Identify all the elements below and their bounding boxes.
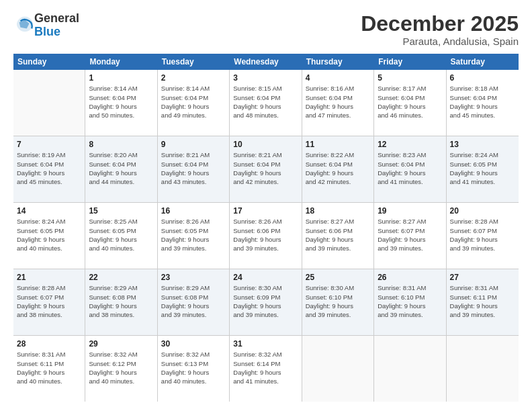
day-info: Sunrise: 8:29 AM Sunset: 6:08 PM Dayligh… <box>161 283 226 319</box>
calendar-cell: 28Sunrise: 8:31 AM Sunset: 6:11 PM Dayli… <box>13 336 85 402</box>
day-info: Sunrise: 8:30 AM Sunset: 6:10 PM Dayligh… <box>306 283 370 319</box>
day-info: Sunrise: 8:16 AM Sunset: 6:04 PM Dayligh… <box>306 84 370 120</box>
logo-general-text: General <box>34 11 79 25</box>
calendar-cell: 19Sunrise: 8:27 AM Sunset: 6:07 PM Dayli… <box>374 203 446 269</box>
calendar-cell <box>13 70 85 136</box>
day-number: 30 <box>161 338 226 349</box>
day-number: 28 <box>17 338 81 349</box>
day-info: Sunrise: 8:24 AM Sunset: 6:05 PM Dayligh… <box>450 150 515 186</box>
logo-blue-text: Blue <box>34 25 60 38</box>
month-title: December 2025 <box>361 12 519 36</box>
day-number: 16 <box>161 205 226 216</box>
calendar-cell: 8Sunrise: 8:20 AM Sunset: 6:04 PM Daylig… <box>85 136 157 202</box>
day-number: 12 <box>378 139 442 150</box>
calendar-cell: 14Sunrise: 8:24 AM Sunset: 6:05 PM Dayli… <box>13 203 85 269</box>
calendar-cell: 10Sunrise: 8:21 AM Sunset: 6:04 PM Dayli… <box>230 136 302 202</box>
header-day-friday: Friday <box>374 54 446 70</box>
day-number: 14 <box>17 205 81 216</box>
day-number: 1 <box>89 73 153 83</box>
day-number: 6 <box>450 73 515 83</box>
day-info: Sunrise: 8:31 AM Sunset: 6:10 PM Dayligh… <box>378 283 442 319</box>
calendar-cell: 21Sunrise: 8:28 AM Sunset: 6:07 PM Dayli… <box>13 269 85 335</box>
day-info: Sunrise: 8:26 AM Sunset: 6:06 PM Dayligh… <box>233 217 298 253</box>
day-number: 20 <box>450 205 515 216</box>
day-number: 22 <box>89 272 153 283</box>
day-info: Sunrise: 8:15 AM Sunset: 6:04 PM Dayligh… <box>233 84 298 120</box>
calendar-cell: 3Sunrise: 8:15 AM Sunset: 6:04 PM Daylig… <box>230 70 302 136</box>
logo: General Blue <box>13 12 79 39</box>
calendar-cell <box>447 336 519 402</box>
calendar-cell: 1Sunrise: 8:14 AM Sunset: 6:04 PM Daylig… <box>85 70 157 136</box>
day-info: Sunrise: 8:32 AM Sunset: 6:14 PM Dayligh… <box>233 350 298 385</box>
day-info: Sunrise: 8:31 AM Sunset: 6:11 PM Dayligh… <box>450 283 515 319</box>
header-day-saturday: Saturday <box>447 54 519 70</box>
day-info: Sunrise: 8:21 AM Sunset: 6:04 PM Dayligh… <box>233 150 298 186</box>
day-number: 13 <box>450 139 515 150</box>
title-area: December 2025 Parauta, Andalusia, Spain <box>361 12 519 47</box>
day-number: 26 <box>378 272 442 283</box>
day-number: 3 <box>233 73 298 83</box>
day-number: 8 <box>89 139 153 150</box>
calendar-cell: 31Sunrise: 8:32 AM Sunset: 6:14 PM Dayli… <box>230 336 302 402</box>
calendar-body: 1Sunrise: 8:14 AM Sunset: 6:04 PM Daylig… <box>13 70 519 402</box>
day-info: Sunrise: 8:27 AM Sunset: 6:07 PM Dayligh… <box>378 217 442 253</box>
day-info: Sunrise: 8:26 AM Sunset: 6:05 PM Dayligh… <box>161 217 226 253</box>
day-info: Sunrise: 8:30 AM Sunset: 6:09 PM Dayligh… <box>233 283 298 319</box>
day-info: Sunrise: 8:24 AM Sunset: 6:05 PM Dayligh… <box>17 217 81 253</box>
calendar-cell: 30Sunrise: 8:32 AM Sunset: 6:13 PM Dayli… <box>158 336 230 402</box>
calendar-cell: 4Sunrise: 8:16 AM Sunset: 6:04 PM Daylig… <box>302 70 374 136</box>
calendar-cell: 29Sunrise: 8:32 AM Sunset: 6:12 PM Dayli… <box>85 336 157 402</box>
day-number: 15 <box>89 205 153 216</box>
day-number: 5 <box>378 73 442 83</box>
day-info: Sunrise: 8:29 AM Sunset: 6:08 PM Dayligh… <box>89 283 153 319</box>
calendar: SundayMondayTuesdayWednesdayThursdayFrid… <box>13 54 519 402</box>
calendar-week-5: 28Sunrise: 8:31 AM Sunset: 6:11 PM Dayli… <box>13 336 519 402</box>
day-info: Sunrise: 8:32 AM Sunset: 6:12 PM Dayligh… <box>89 350 153 385</box>
calendar-cell: 11Sunrise: 8:22 AM Sunset: 6:04 PM Dayli… <box>302 136 374 202</box>
day-info: Sunrise: 8:19 AM Sunset: 6:04 PM Dayligh… <box>17 150 81 186</box>
calendar-week-1: 1Sunrise: 8:14 AM Sunset: 6:04 PM Daylig… <box>13 70 519 136</box>
calendar-cell: 12Sunrise: 8:23 AM Sunset: 6:04 PM Dayli… <box>374 136 446 202</box>
day-info: Sunrise: 8:21 AM Sunset: 6:04 PM Dayligh… <box>161 150 226 186</box>
day-number: 23 <box>161 272 226 283</box>
day-number: 31 <box>233 338 298 349</box>
day-info: Sunrise: 8:20 AM Sunset: 6:04 PM Dayligh… <box>89 150 153 186</box>
day-number: 4 <box>306 73 370 83</box>
logo-icon <box>15 15 34 34</box>
calendar-cell: 7Sunrise: 8:19 AM Sunset: 6:04 PM Daylig… <box>13 136 85 202</box>
day-number: 17 <box>233 205 298 216</box>
calendar-week-4: 21Sunrise: 8:28 AM Sunset: 6:07 PM Dayli… <box>13 269 519 336</box>
calendar-cell: 25Sunrise: 8:30 AM Sunset: 6:10 PM Dayli… <box>302 269 374 335</box>
day-info: Sunrise: 8:28 AM Sunset: 6:07 PM Dayligh… <box>450 217 515 253</box>
calendar-cell: 22Sunrise: 8:29 AM Sunset: 6:08 PM Dayli… <box>85 269 157 335</box>
day-info: Sunrise: 8:14 AM Sunset: 6:04 PM Dayligh… <box>161 84 226 120</box>
day-info: Sunrise: 8:18 AM Sunset: 6:04 PM Dayligh… <box>450 84 515 120</box>
day-info: Sunrise: 8:32 AM Sunset: 6:13 PM Dayligh… <box>161 350 226 385</box>
calendar-cell <box>302 336 374 402</box>
day-info: Sunrise: 8:27 AM Sunset: 6:06 PM Dayligh… <box>306 217 370 253</box>
calendar-header: SundayMondayTuesdayWednesdayThursdayFrid… <box>13 54 519 70</box>
header: General Blue December 2025 Parauta, Anda… <box>13 12 519 47</box>
day-info: Sunrise: 8:25 AM Sunset: 6:05 PM Dayligh… <box>89 217 153 253</box>
calendar-cell: 13Sunrise: 8:24 AM Sunset: 6:05 PM Dayli… <box>447 136 519 202</box>
day-info: Sunrise: 8:28 AM Sunset: 6:07 PM Dayligh… <box>17 283 81 319</box>
calendar-cell: 5Sunrise: 8:17 AM Sunset: 6:04 PM Daylig… <box>374 70 446 136</box>
header-day-thursday: Thursday <box>302 54 374 70</box>
day-number: 24 <box>233 272 298 283</box>
day-info: Sunrise: 8:22 AM Sunset: 6:04 PM Dayligh… <box>306 150 370 186</box>
day-number: 25 <box>306 272 370 283</box>
header-day-monday: Monday <box>85 54 157 70</box>
calendar-cell: 16Sunrise: 8:26 AM Sunset: 6:05 PM Dayli… <box>158 203 230 269</box>
day-number: 10 <box>233 139 298 150</box>
header-day-wednesday: Wednesday <box>230 54 302 70</box>
calendar-cell: 27Sunrise: 8:31 AM Sunset: 6:11 PM Dayli… <box>447 269 519 335</box>
calendar-week-3: 14Sunrise: 8:24 AM Sunset: 6:05 PM Dayli… <box>13 203 519 269</box>
day-info: Sunrise: 8:31 AM Sunset: 6:11 PM Dayligh… <box>17 350 81 385</box>
location-subtitle: Parauta, Andalusia, Spain <box>361 36 519 47</box>
calendar-cell: 24Sunrise: 8:30 AM Sunset: 6:09 PM Dayli… <box>230 269 302 335</box>
day-number: 2 <box>161 73 226 83</box>
header-day-sunday: Sunday <box>13 54 85 70</box>
calendar-cell: 23Sunrise: 8:29 AM Sunset: 6:08 PM Dayli… <box>158 269 230 335</box>
calendar-week-2: 7Sunrise: 8:19 AM Sunset: 6:04 PM Daylig… <box>13 136 519 203</box>
calendar-cell: 9Sunrise: 8:21 AM Sunset: 6:04 PM Daylig… <box>158 136 230 202</box>
